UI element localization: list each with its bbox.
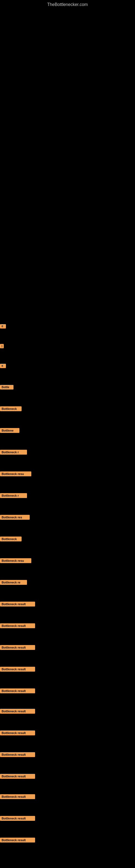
list-item: Bottleneck result (0, 731, 135, 735)
list-item: E (0, 324, 135, 329)
bottleneck-badge[interactable]: Bottleneck result (0, 709, 35, 714)
list-item: Bottleneck result (0, 623, 135, 628)
bottleneck-badge[interactable]: Bottle (0, 385, 13, 390)
list-item: Bottleneck (0, 536, 135, 541)
bottleneck-badge[interactable]: | (0, 344, 4, 348)
list-item: | (0, 344, 135, 348)
bottleneck-badge[interactable]: Bottleneck r (0, 450, 27, 455)
list-item: E (0, 364, 135, 368)
list-item: Bottleneck result (0, 667, 135, 672)
bottleneck-badge[interactable]: Bottleneck result (0, 731, 35, 735)
list-item: Bottleneck result (0, 752, 135, 757)
bottleneck-badge[interactable]: Bottleneck result (0, 774, 35, 779)
list-item: Bottleneck result (0, 688, 135, 693)
bottleneck-items-container: E|EBottleBottleneckBottleneBottleneck rB… (0, 309, 135, 843)
bottleneck-badge[interactable]: Bottleneck result (0, 816, 35, 821)
list-item: Bottleneck result (0, 816, 135, 821)
list-item: Bottleneck resu (0, 558, 135, 563)
bottleneck-badge[interactable]: Bottleneck result (0, 601, 35, 607)
list-item: Bottleneck result (0, 838, 135, 842)
bottleneck-badge[interactable]: Bottleneck res (0, 515, 30, 520)
list-item: Bottleneck result (0, 709, 135, 714)
bottleneck-badge[interactable]: Bottleneck re (0, 580, 27, 585)
bottleneck-badge[interactable]: Bottleneck r (0, 493, 27, 498)
list-item: Bottleneck (0, 406, 135, 411)
bottleneck-badge[interactable]: Bottleneck result (0, 623, 35, 628)
list-item: Bottleneck result (0, 794, 135, 799)
bottleneck-badge[interactable]: Bottleneck resu (0, 471, 31, 476)
site-title: TheBottlenecker.com (0, 0, 135, 9)
list-item: Bottleneck result (0, 774, 135, 779)
bottleneck-badge[interactable]: Bottleneck resu (0, 558, 31, 563)
bottleneck-badge[interactable]: Bottleneck result (0, 838, 35, 842)
bottleneck-badge[interactable]: Bottleneck result (0, 667, 35, 672)
list-item: Bottleneck r (0, 450, 135, 455)
bottleneck-badge[interactable]: E (0, 364, 6, 368)
bottleneck-badge[interactable]: Bottlene (0, 428, 19, 433)
bottleneck-badge[interactable]: Bottleneck result (0, 752, 35, 757)
bottleneck-badge[interactable]: Bottleneck result (0, 688, 35, 693)
bottleneck-badge[interactable]: Bottleneck result (0, 794, 35, 799)
list-item: Bottlene (0, 428, 135, 433)
bottleneck-badge[interactable]: E (0, 324, 6, 329)
list-item: Bottleneck res (0, 515, 135, 520)
bottleneck-badge[interactable]: Bottleneck result (0, 645, 35, 650)
list-item: Bottleneck result (0, 601, 135, 607)
bottleneck-badge[interactable]: Bottleneck (0, 536, 21, 541)
list-item: Bottleneck re (0, 580, 135, 585)
list-item: Bottleneck result (0, 645, 135, 650)
list-item: Bottle (0, 385, 135, 390)
list-item: Bottleneck resu (0, 471, 135, 476)
list-item: Bottleneck r (0, 493, 135, 498)
bottleneck-badge[interactable]: Bottleneck (0, 406, 21, 411)
